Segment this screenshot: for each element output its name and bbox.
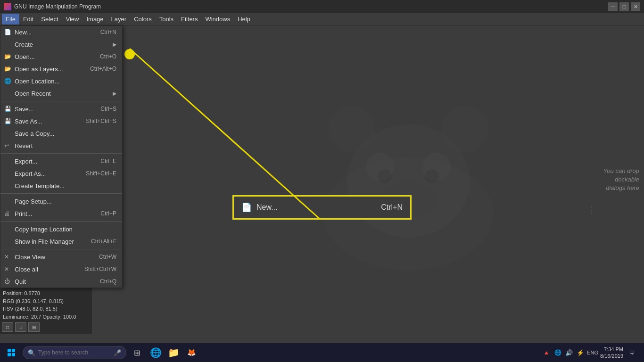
quit-icon: ⏻ — [4, 278, 10, 285]
wilber-watermark — [267, 49, 550, 285]
minimize-button[interactable]: ─ — [608, 2, 618, 11]
svg-point-1 — [347, 124, 470, 238]
color-tool-btn-1[interactable]: □ — [2, 322, 13, 332]
menu-colors[interactable]: Colors — [130, 14, 156, 25]
svg-point-6 — [441, 106, 488, 153]
print-icon: 🖨 — [4, 210, 10, 217]
svg-point-2 — [366, 153, 394, 181]
new-tooltip-label: New... — [256, 203, 277, 212]
svg-point-7 — [378, 169, 392, 183]
menu-file[interactable]: File — [2, 14, 19, 25]
color-tool-buttons: □ ○ ⊞ — [0, 321, 92, 334]
svg-point-3 — [422, 153, 451, 181]
color-tool-btn-2[interactable]: ○ — [15, 322, 26, 332]
close-all-icon: ✕ — [4, 266, 9, 272]
menu-export[interactable]: Export... Ctrl+E — [0, 155, 122, 167]
menu-create-template[interactable]: Create Template... — [0, 180, 122, 192]
taskbar-network-icon[interactable]: 🌐 — [553, 348, 562, 357]
menu-image[interactable]: Image — [83, 14, 107, 25]
taskbar-battery-icon[interactable]: ⚡ — [576, 348, 585, 357]
drop-hint: You can drop dockable dialogs here — [602, 167, 639, 193]
svg-point-5 — [328, 106, 375, 153]
menu-page-setup[interactable]: Page Setup... — [0, 195, 122, 207]
taskbar-notification[interactable]: 🗨 — [625, 346, 638, 359]
title-bar-left: GNU Image Manipulation Program — [4, 3, 101, 10]
taskbar-clock: 7:34 PM 8/16/2019 — [600, 346, 623, 360]
menu-close-view[interactable]: ✕ Close View Ctrl+W — [0, 251, 122, 263]
save-icon: 💾 — [4, 106, 11, 112]
menu-new[interactable]: 📄 New... Ctrl+N — [0, 26, 122, 38]
color-position: Position: 0.8778 RGB (0.236, 0.147, 0.81… — [0, 288, 92, 321]
taskbar-app-explorer[interactable]: 📁 — [165, 344, 182, 361]
menu-quit[interactable]: ⏻ Quit Ctrl+Q — [0, 275, 122, 288]
separator-4 — [0, 221, 122, 222]
open-icon: 📂 — [4, 53, 11, 60]
menu-save-copy[interactable]: Save a Copy... — [0, 127, 122, 140]
taskbar-right: 🔺 🌐 🔊 ⚡ ENG 7:34 PM 8/16/2019 🗨 — [542, 346, 642, 360]
new-tooltip-shortcut: Ctrl+N — [381, 203, 403, 212]
menu-view[interactable]: View — [62, 14, 83, 25]
title-bar-controls[interactable]: ─ □ ✕ — [608, 2, 640, 11]
menu-open-location[interactable]: 🌐 Open Location... — [0, 75, 122, 87]
taskbar-app-browser[interactable]: 🌐 — [147, 344, 164, 361]
menu-close-all[interactable]: ✕ Close all Shift+Ctrl+W — [0, 263, 122, 275]
separator-5 — [0, 249, 122, 249]
new-tooltip-box: 📄 New... Ctrl+N — [232, 195, 412, 220]
search-bar[interactable]: 🔍 🎤 — [23, 346, 126, 359]
revert-icon: ↩ — [4, 142, 9, 149]
title-bar-text: GNU Image Manipulation Program — [14, 3, 101, 10]
svg-line-9 — [130, 49, 321, 220]
maximize-button[interactable]: □ — [619, 2, 629, 11]
color-tool-btn-3[interactable]: ⊞ — [28, 322, 40, 332]
workspace-dots: ⋮ — [587, 205, 597, 215]
new-icon: 📄 — [4, 29, 11, 35]
save-as-icon: 💾 — [4, 118, 11, 124]
menu-revert[interactable]: ↩ Revert — [0, 140, 122, 152]
location-icon: 🌐 — [4, 78, 11, 84]
taskbar-expand-icon[interactable]: 🔺 — [542, 348, 551, 357]
menu-create[interactable]: Create ▶ — [0, 38, 122, 50]
taskbar-taskview[interactable]: ⊞ — [128, 344, 145, 361]
separator-2 — [0, 153, 122, 154]
open-layers-icon: 📂 — [4, 66, 11, 72]
start-button[interactable] — [2, 343, 21, 362]
menu-select[interactable]: Select — [37, 14, 62, 25]
separator-1 — [0, 101, 122, 101]
menu-show-file-manager[interactable]: Show in File Manager Ctrl+Alt+F — [0, 235, 122, 247]
menu-open-as-layers[interactable]: 📂 Open as Layers... Ctrl+Alt+O — [0, 63, 122, 75]
taskbar: 🔍 🎤 ⊞ 🌐 📁 🦊 🔺 🌐 🔊 ⚡ ENG 7:34 PM 8/16/201… — [0, 343, 644, 362]
file-dropdown: 📄 New... Ctrl+N Create ▶ 📂 Open... Ctrl+… — [0, 25, 123, 288]
menu-layer[interactable]: Layer — [107, 14, 131, 25]
microphone-icon[interactable]: 🎤 — [114, 349, 121, 356]
menu-help[interactable]: Help — [234, 14, 254, 25]
taskbar-lang: ENG — [587, 350, 598, 355]
taskbar-volume-icon[interactable]: 🔊 — [564, 348, 574, 357]
menu-export-as[interactable]: Export As... Shift+Ctrl+E — [0, 167, 122, 180]
new-tooltip-icon: 📄 — [241, 202, 252, 213]
menu-save[interactable]: 💾 Save... Ctrl+S — [0, 103, 122, 115]
menu-bar: File Edit Select View Image Layer Colors… — [0, 13, 644, 25]
menu-filters[interactable]: Filters — [177, 14, 201, 25]
menu-windows[interactable]: Windows — [201, 14, 234, 25]
annotation-dot — [124, 49, 135, 59]
windows-icon — [8, 349, 15, 356]
close-button[interactable]: ✕ — [631, 2, 640, 11]
taskbar-app-gimp[interactable]: 🦊 — [183, 344, 200, 361]
taskbar-apps: 🌐 📁 🦊 — [147, 344, 200, 361]
menu-tools[interactable]: Tools — [156, 14, 177, 25]
title-bar: GNU Image Manipulation Program ─ □ ✕ — [0, 0, 644, 13]
menu-open[interactable]: 📂 Open... Ctrl+O — [0, 50, 122, 63]
menu-copy-image-location[interactable]: Copy Image Location — [0, 223, 122, 235]
menu-print[interactable]: 🖨 Print... Ctrl+P — [0, 207, 122, 220]
search-input[interactable] — [38, 349, 111, 356]
search-icon: 🔍 — [28, 349, 35, 356]
menu-edit[interactable]: Edit — [19, 14, 37, 25]
gimp-icon — [4, 3, 11, 10]
menu-open-recent[interactable]: Open Recent ▶ — [0, 87, 122, 99]
svg-point-8 — [425, 169, 439, 183]
close-view-icon: ✕ — [4, 254, 9, 260]
separator-3 — [0, 193, 122, 194]
menu-save-as[interactable]: 💾 Save As... Shift+Ctrl+S — [0, 115, 122, 127]
